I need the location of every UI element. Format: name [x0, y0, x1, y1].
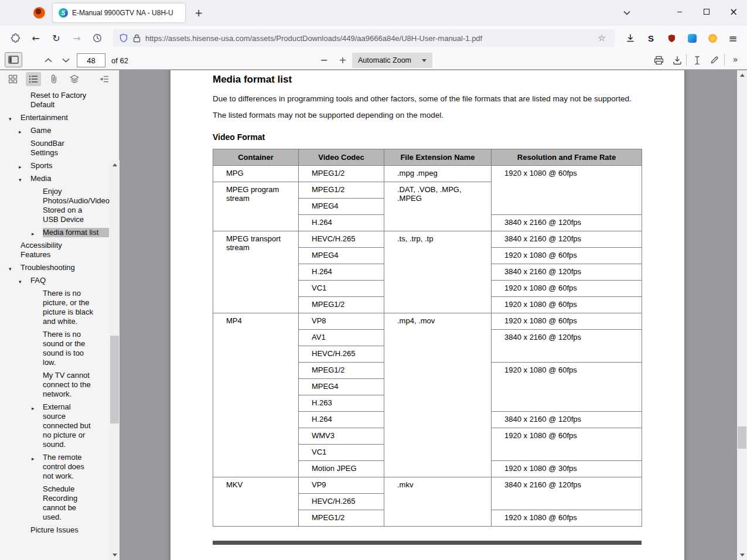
- outline-item[interactable]: ▸Sports: [0, 161, 110, 170]
- outline-item[interactable]: Enjoy Photos/Audio/Video Stored on a USB…: [0, 187, 110, 224]
- ublock-extension-button[interactable]: [662, 29, 681, 47]
- draw-editor-button[interactable]: [706, 53, 722, 67]
- table-cell: H.264: [299, 215, 384, 231]
- toolbar-overflow-button[interactable]: »: [727, 52, 743, 67]
- paperclip-icon: [50, 74, 57, 84]
- minimize-button[interactable]: ─: [666, 0, 693, 23]
- firefox-logo-icon[interactable]: [33, 7, 45, 19]
- lock-icon[interactable]: [133, 34, 141, 43]
- outline-item[interactable]: ▸Game: [0, 126, 110, 135]
- expand-toggle-icon[interactable]: ▸: [32, 229, 35, 238]
- extension-orange-button[interactable]: [703, 29, 722, 47]
- extension-blue-button[interactable]: [683, 29, 701, 47]
- zoom-in-button[interactable]: +: [335, 53, 351, 67]
- text-editor-button[interactable]: [690, 53, 705, 67]
- new-tab-button[interactable]: +: [190, 5, 207, 21]
- collapse-toggle-icon[interactable]: ▾: [19, 175, 22, 185]
- attachments-view-button[interactable]: [46, 72, 62, 86]
- page-number-input[interactable]: [77, 53, 105, 67]
- outline-item[interactable]: ▾FAQ: [0, 276, 110, 285]
- outline-item[interactable]: My TV cannot connect to the network.: [0, 371, 110, 399]
- outline-item[interactable]: ▾Entertainment: [0, 113, 110, 122]
- table-cell: .ts, .trp, .tp: [384, 231, 492, 313]
- outline-item[interactable]: Reset to Factory Default: [0, 91, 110, 110]
- bookmark-star-button[interactable]: ☆: [595, 31, 609, 45]
- forward-button[interactable]: →: [67, 29, 86, 47]
- layers-view-button[interactable]: [67, 72, 82, 86]
- outline-item[interactable]: ▸External source connected but no pictur…: [0, 402, 110, 449]
- expand-toggle-icon[interactable]: ▸: [32, 454, 35, 463]
- outline-item-label: External source connected but no picture…: [43, 402, 94, 449]
- print-button[interactable]: [650, 53, 667, 67]
- outline-item-label: Media: [30, 174, 51, 183]
- column-header: File Extension Name: [384, 149, 492, 166]
- outline-view-button[interactable]: [26, 72, 41, 86]
- table-cell: MPEG1/2: [299, 363, 384, 379]
- maximize-button[interactable]: [693, 0, 720, 23]
- next-section-partial: [213, 541, 642, 545]
- table-cell: HEVC/H.265: [299, 346, 384, 363]
- next-page-button[interactable]: [57, 53, 74, 67]
- previous-page-button[interactable]: [40, 53, 56, 67]
- scroll-down-button[interactable]: [737, 550, 747, 560]
- collapse-toggle-icon[interactable]: ▾: [9, 114, 12, 124]
- scroll-up-button[interactable]: [737, 70, 747, 80]
- chevron-up-icon: [45, 58, 52, 63]
- browser-tab[interactable]: S E-Manual 9900GTV NA - U8H-U: [53, 4, 185, 22]
- outline-item[interactable]: ▾Media: [0, 174, 110, 183]
- chevron-down-icon: [62, 58, 70, 63]
- hamburger-menu-icon: ≡: [728, 32, 737, 45]
- locate-outline-item-icon: [100, 75, 109, 83]
- list-all-tabs-button[interactable]: [619, 5, 635, 21]
- save-button[interactable]: [668, 53, 686, 67]
- navigation-toolbar: ← ↻ → https://assets.hisense-usa.com/ass…: [0, 26, 747, 50]
- scroll-up-button[interactable]: [110, 160, 120, 170]
- collapse-toggle-icon[interactable]: ▾: [9, 264, 12, 274]
- expand-toggle-icon[interactable]: ▸: [19, 162, 22, 172]
- main-scrollbar[interactable]: [737, 70, 747, 560]
- column-header: Container: [213, 149, 299, 166]
- outline-item-label: Schedule Recording cannot be used.: [43, 484, 94, 522]
- outline-item[interactable]: Picture Issues: [0, 525, 110, 535]
- table-row: MKVVP9.mkv3840 x 2160 @ 120fps: [213, 477, 642, 494]
- scroll-down-button[interactable]: [110, 550, 120, 560]
- scrollbar-thumb[interactable]: [110, 336, 119, 424]
- shield-icon[interactable]: [119, 33, 128, 43]
- page-count-label: of 62: [111, 56, 128, 65]
- outline-item[interactable]: ▸The remote control does not work.: [0, 453, 110, 481]
- address-bar[interactable]: https://assets.hisense-usa.com/assets/Pr…: [113, 29, 615, 47]
- outline-item[interactable]: SoundBar Settings: [0, 139, 110, 158]
- expand-toggle-icon[interactable]: ▸: [32, 404, 35, 413]
- outline-item[interactable]: Accessibility Features: [0, 241, 110, 259]
- browser-window: S E-Manual 9900GTV NA - U8H-U + ─ × ← ↻: [0, 0, 747, 560]
- downloads-button[interactable]: [621, 29, 640, 47]
- extensions-button[interactable]: [6, 29, 25, 47]
- close-button[interactable]: ×: [720, 0, 747, 23]
- history-button[interactable]: [88, 29, 107, 47]
- printer-icon: [654, 56, 664, 65]
- zoom-out-button[interactable]: −: [316, 53, 332, 67]
- menu-button[interactable]: ≡: [724, 29, 742, 47]
- pdf-sidebar: Reset to Factory Default▾Entertainment▸G…: [0, 70, 120, 560]
- outline-item[interactable]: Schedule Recording cannot be used.: [0, 484, 110, 522]
- scrollbar-thumb[interactable]: [738, 426, 746, 449]
- expand-toggle-icon[interactable]: ▸: [19, 127, 22, 136]
- sidebar-scrollbar[interactable]: [110, 160, 120, 560]
- table-cell: HEVC/H.265: [299, 494, 384, 510]
- reload-button[interactable]: ↻: [47, 29, 66, 47]
- table-row: MP4VP8.mp4, .mov1920 x 1080 @ 60fps: [213, 313, 642, 330]
- table-cell: MPEG transport stream: [213, 231, 299, 313]
- toggle-sidebar-button[interactable]: [5, 52, 22, 67]
- outline-item[interactable]: There is no picture, or the picture is b…: [0, 289, 110, 326]
- zoom-level-select[interactable]: Automatic Zoom: [352, 53, 432, 68]
- collapse-toggle-icon[interactable]: ▾: [19, 277, 22, 286]
- outline-item-label: Enjoy Photos/Audio/Video Stored on a USB…: [43, 187, 94, 224]
- layers-icon: [70, 74, 79, 84]
- outline-item[interactable]: ▾Troubleshooting: [0, 263, 110, 272]
- back-button[interactable]: ←: [26, 29, 45, 47]
- outline-item[interactable]: ▸Media format list: [0, 228, 110, 237]
- thumbnails-view-button[interactable]: [5, 72, 21, 86]
- current-outline-item-button[interactable]: [97, 72, 112, 86]
- extension-s-button[interactable]: S: [642, 29, 660, 47]
- outline-item[interactable]: There is no sound or the sound is too lo…: [0, 330, 110, 367]
